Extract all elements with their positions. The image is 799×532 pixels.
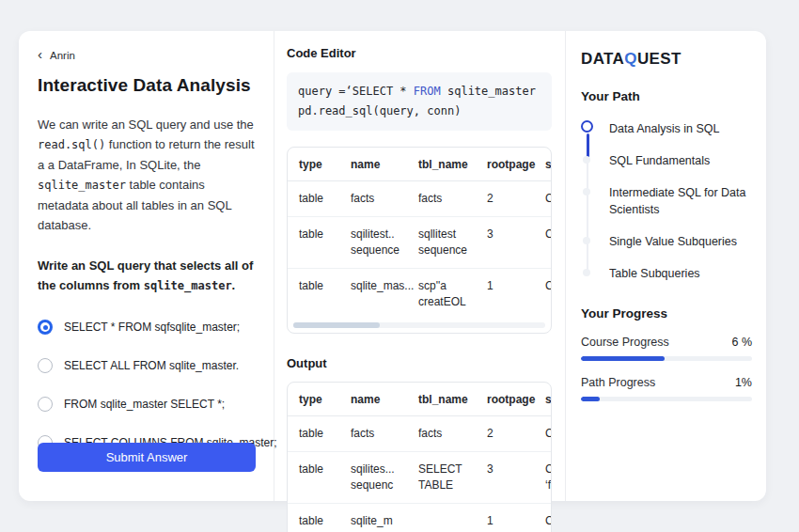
answer-option-3[interactable]: FROM sqlite_master SELECT *; (38, 397, 255, 412)
intro-text: We can write an SQL query and use the (38, 117, 254, 132)
course-progress-row: Course Progress 6 % (581, 336, 752, 349)
path-progress-pct: 1% (735, 376, 752, 389)
path-item[interactable]: Intermediate SQL for Data Scientists (581, 184, 752, 218)
inline-code: read.sql() (38, 138, 105, 151)
path-item[interactable]: Single Value Subqueries (581, 233, 752, 250)
code-line-1: query =‘SELECT * FROM sqlite_master (298, 82, 540, 102)
output-table: type name tbl_name rootpage sql table fa… (287, 382, 552, 532)
table-row: table sqilites... sequenc SELECT TABLE 3… (288, 452, 552, 504)
your-path-heading: Your Path (581, 89, 752, 103)
question-text: Write an SQL query that selects all of t… (38, 256, 255, 296)
sql-keyword: FROM (414, 85, 441, 98)
table-row: table sqlite_m aster 1 CREA' (288, 504, 552, 532)
course-progress-fill (581, 356, 665, 361)
radio-selected-icon[interactable] (38, 320, 53, 335)
back-link[interactable]: ‹ Anrin (38, 48, 255, 62)
code-editor-input[interactable]: query =‘SELECT * FROM sqlite_master pd.r… (287, 72, 552, 131)
back-label: Anrin (50, 50, 75, 61)
path-progress-label: Path Progress (581, 376, 655, 389)
table-row: table facts facts 2 C (288, 181, 552, 217)
path-item-current[interactable]: Data Analysis in SQL (581, 120, 752, 137)
path-item[interactable]: SQL Fundamentals (581, 152, 752, 169)
path-progress-row: Path Progress 1% (581, 376, 752, 389)
path-list: Data Analysis in SQL SQL Fundamentals In… (581, 120, 752, 282)
path-item[interactable]: Table Subqueries (581, 265, 752, 282)
course-progress-label: Course Progress (581, 336, 669, 349)
page-title: Interactive Data Analysis (38, 75, 255, 96)
path-marker-icon (583, 237, 590, 244)
radio-icon[interactable] (38, 358, 53, 373)
radio-icon[interactable] (38, 397, 53, 412)
answer-options: SELECT * FROM sqfsqlite_master; SELECT A… (38, 320, 255, 450)
lesson-panel: ‹ Anrin Interactive Data Analysis We can… (19, 31, 274, 501)
horizontal-scrollbar (288, 320, 551, 333)
path-marker-icon (583, 188, 590, 196)
lesson-card: ‹ Anrin Interactive Data Analysis We can… (19, 31, 766, 501)
submit-answer-button[interactable]: Submit Answer (38, 443, 256, 472)
table-row: table sqilitest.. sequence sqllitest seq… (288, 217, 552, 269)
answer-option-2[interactable]: SELECT ALL FROM sqlite_master. (38, 358, 255, 373)
table-header-row: type name tbl_name rootpage sql (288, 148, 552, 181)
your-progress-heading: Your Progress (581, 306, 752, 321)
dataquest-logo: DATAQUEST (581, 50, 752, 69)
inline-code: sqlite_master (38, 179, 126, 192)
chevron-left-icon: ‹ (38, 47, 42, 61)
option-label: SELECT * FROM sqfsqlite_master; (64, 321, 240, 334)
path-progress-bar (581, 397, 752, 401)
table-row: table facts facts 2 CREA' (288, 416, 552, 452)
inline-code: sqlite_master (144, 279, 232, 292)
path-progress-fill (581, 397, 600, 401)
path-marker-active-icon (581, 120, 593, 133)
table-header-row: type name tbl_name rootpage sql (288, 383, 552, 416)
code-line-2: pd.read_sql(query, conn) (298, 102, 540, 121)
answer-option-1[interactable]: SELECT * FROM sqfsqlite_master; (38, 320, 255, 335)
editor-panel: Code Editor query =‘SELECT * FROM sqlite… (274, 31, 566, 501)
course-progress-bar (581, 356, 752, 361)
option-label: SELECT ALL FROM sqlite_master. (64, 359, 239, 372)
option-label: FROM sqlite_master SELECT *; (64, 398, 225, 411)
output-heading: Output (287, 356, 552, 370)
lesson-intro: We can write an SQL query and use the re… (38, 115, 255, 235)
path-marker-icon (583, 156, 590, 164)
sidebar: DATAQUEST Your Path Data Analysis in SQL… (566, 31, 766, 501)
scrollbar-thumb[interactable] (293, 322, 380, 328)
app-screen: ‹ Anrin Interactive Data Analysis We can… (0, 0, 799, 532)
course-progress-pct: 6 % (731, 336, 752, 349)
table-row: table sqlite_mas... scp''a creatEOL 1 C (288, 269, 552, 321)
path-marker-icon (583, 269, 590, 276)
code-editor-heading: Code Editor (287, 46, 552, 60)
result-table: type name tbl_name rootpage sql table fa… (287, 147, 552, 334)
